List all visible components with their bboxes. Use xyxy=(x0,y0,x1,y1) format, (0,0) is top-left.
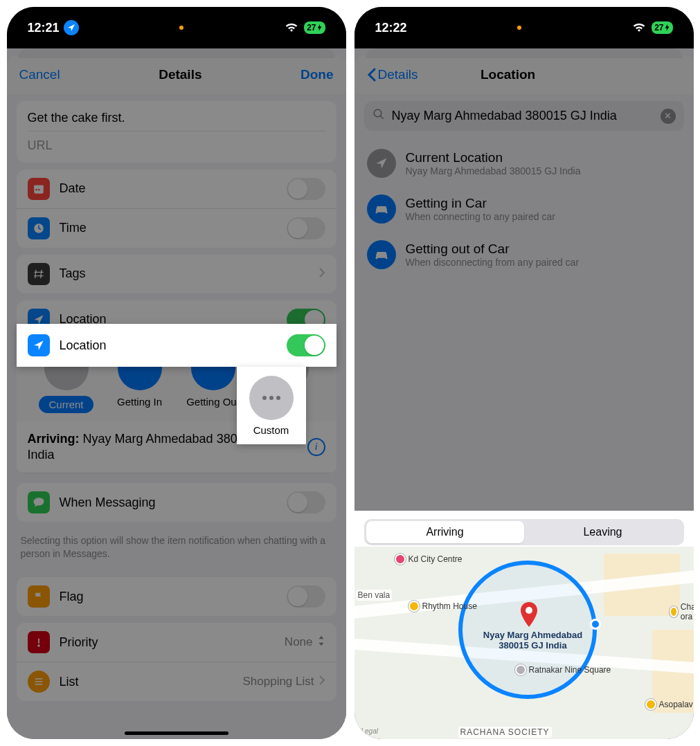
sheet-background-edge xyxy=(18,48,335,58)
recording-dot-icon xyxy=(517,26,521,30)
battery-level: 27 xyxy=(307,23,316,33)
status-bar: 12:22 27 xyxy=(355,7,694,48)
clear-search-button[interactable]: ✕ xyxy=(661,109,676,124)
ellipsis-icon xyxy=(249,376,294,420)
phone-right: 12:22 27 Details Location xyxy=(355,7,694,739)
svg-point-7 xyxy=(276,396,280,400)
list-icon xyxy=(28,671,50,693)
info-icon[interactable]: i xyxy=(307,438,325,456)
location-option-custom[interactable]: Custom xyxy=(237,367,306,444)
segment-arriving[interactable]: Arriving xyxy=(366,521,524,543)
search-icon xyxy=(373,108,385,124)
priority-label: Priority xyxy=(60,635,285,650)
map-poi: Kd City Centre xyxy=(395,554,463,565)
status-time: 12:22 xyxy=(375,21,407,35)
url-field[interactable]: URL xyxy=(17,131,336,163)
suggestion-subtitle: When connecting to any paired car xyxy=(406,211,555,222)
status-bar: 12:21 27 xyxy=(7,7,346,48)
page-title: Location xyxy=(377,67,640,82)
map-view[interactable]: Nyay Marg Ahmedabad 380015 GJ India Kd C… xyxy=(355,547,694,739)
suggestion-subtitle: When disconnecting from any paired car xyxy=(406,257,580,268)
location-suggestion-out-car[interactable]: Getting out of Car When disconnecting fr… xyxy=(355,232,694,278)
messaging-hint: Selecting this option will show the item… xyxy=(7,529,346,570)
chevron-right-icon xyxy=(318,267,325,281)
map-legal-link[interactable]: Legal xyxy=(361,727,378,735)
phone-left: 12:21 27 Cancel Details Done Get the cak… xyxy=(7,7,346,739)
map-poi: Ratnakar Nine Square xyxy=(515,664,611,675)
date-row[interactable]: Date xyxy=(17,170,336,209)
map-poi: Asopalav xyxy=(645,699,693,710)
messaging-row[interactable]: When Messaging xyxy=(17,483,336,522)
clock-icon xyxy=(28,217,50,239)
location-row[interactable]: Location xyxy=(17,324,336,367)
flag-toggle[interactable] xyxy=(287,585,325,608)
car-icon xyxy=(367,240,396,269)
battery-indicator: 27 xyxy=(304,21,325,34)
hash-icon xyxy=(28,263,50,285)
suggestion-title: Getting in Car xyxy=(406,196,555,211)
wifi-icon xyxy=(285,21,298,35)
segment-leaving[interactable]: Leaving xyxy=(524,521,682,543)
list-row[interactable]: List Shopping List xyxy=(17,662,336,701)
search-input[interactable]: Nyay Marg Ahmedabad 380015 GJ India ✕ xyxy=(364,101,684,131)
suggestion-title: Current Location xyxy=(406,150,581,165)
location-suggestion-current[interactable]: Current Location Nyay Marg Ahmedabad 380… xyxy=(355,140,694,186)
home-indicator xyxy=(125,731,228,735)
messaging-toggle[interactable] xyxy=(287,491,325,513)
flag-icon xyxy=(28,585,50,608)
chevron-left-icon xyxy=(367,68,377,82)
map-area-label: RACHANA SOCIETY xyxy=(458,727,552,738)
messages-icon xyxy=(28,491,50,513)
list-label: List xyxy=(60,675,243,689)
svg-point-6 xyxy=(269,396,273,400)
map-pin-icon xyxy=(519,602,539,633)
map-poi: Rhythm House xyxy=(409,601,477,612)
priority-icon xyxy=(28,631,50,653)
time-row[interactable]: Time xyxy=(17,209,336,248)
notes-field[interactable]: Get the cake first. xyxy=(17,101,336,131)
battery-indicator: 27 xyxy=(652,21,672,34)
time-toggle[interactable] xyxy=(287,217,325,239)
svg-point-9 xyxy=(526,607,532,614)
recording-dot-icon xyxy=(179,26,183,30)
svg-rect-3 xyxy=(38,189,39,190)
map-pin-label: Nyay Marg Ahmedabad 380015 GJ India xyxy=(478,630,589,652)
date-label: Date xyxy=(60,181,287,196)
updown-icon xyxy=(317,635,325,649)
priority-row[interactable]: Priority None xyxy=(17,623,336,662)
flag-row[interactable]: Flag xyxy=(17,577,336,616)
chevron-right-icon xyxy=(318,675,325,689)
time-label: Time xyxy=(60,221,287,235)
map-label: Ben vala xyxy=(356,590,393,601)
messaging-label: When Messaging xyxy=(60,495,287,510)
tags-label: Tags xyxy=(60,266,318,281)
custom-option-label: Custom xyxy=(253,424,289,436)
location-suggestion-in-car[interactable]: Getting in Car When connecting to any pa… xyxy=(355,186,694,232)
location-toggle[interactable] xyxy=(287,334,325,356)
wifi-icon xyxy=(632,21,646,35)
flag-label: Flag xyxy=(60,590,287,604)
svg-point-8 xyxy=(374,109,382,117)
sheet-background-edge xyxy=(366,48,683,58)
calendar-icon xyxy=(28,178,50,200)
done-button[interactable]: Done xyxy=(300,67,334,82)
svg-point-5 xyxy=(262,396,267,400)
location-services-icon xyxy=(64,20,79,35)
location-arrow-icon xyxy=(367,149,396,178)
tags-row[interactable]: Tags xyxy=(17,255,336,293)
location-label: Location xyxy=(60,338,287,353)
svg-rect-2 xyxy=(35,189,37,190)
battery-level: 27 xyxy=(654,23,663,33)
list-value: Shopping List xyxy=(242,675,314,689)
priority-value: None xyxy=(285,635,313,649)
svg-rect-1 xyxy=(34,185,44,188)
search-value: Nyay Marg Ahmedabad 380015 GJ India xyxy=(392,109,654,123)
location-arrow-icon xyxy=(28,334,50,356)
geofence-radius-handle[interactable] xyxy=(590,619,601,630)
date-toggle[interactable] xyxy=(287,178,325,200)
car-icon xyxy=(367,194,396,224)
cancel-button[interactable]: Cancel xyxy=(19,67,60,82)
suggestion-subtitle: Nyay Marg Ahmedabad 380015 GJ India xyxy=(406,165,581,176)
suggestion-title: Getting out of Car xyxy=(406,242,580,257)
map-poi: Chand ora xyxy=(670,602,694,621)
